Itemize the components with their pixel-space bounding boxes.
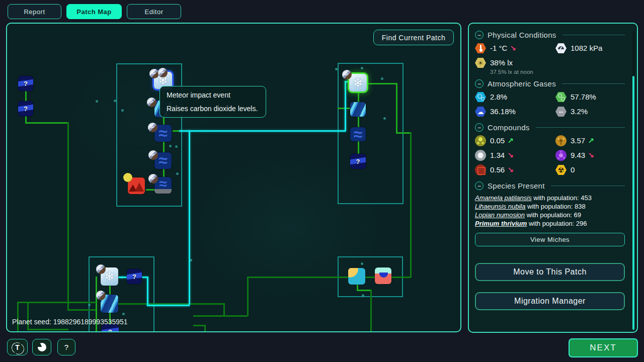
patch-unknown[interactable]: ? [18,101,33,116]
ammonia-icon [475,150,486,161]
condition-row: 2.8% [475,92,555,104]
condition-row: 0.05↗ [475,135,555,148]
section-title: Compounds [488,123,530,132]
map-dot [96,100,98,103]
patch-unknown[interactable]: ? [350,154,366,169]
condition-row: -1 °C↘ [475,43,555,55]
iron-icon [475,164,486,175]
other-gas-icon [555,106,567,117]
section-title: Species Present [488,182,545,190]
meteor-icon [96,291,106,300]
collapse-icon[interactable] [475,79,484,88]
collapse-icon[interactable] [475,31,484,39]
map-connection [367,83,397,84]
species-list: Amamela patilansis with population: 453L… [475,194,625,228]
scrollbar-thumb[interactable] [632,76,634,330]
glucose-icon [555,135,567,146]
condition-value: 1082 kPa [571,43,602,54]
map-connection [17,302,19,332]
tooltip-title: Meteor impact event [167,92,259,99]
condition-text: 0.05↗ [490,135,514,146]
section-atmospheric-gases: Atmospheric Gases [475,79,625,88]
map-connection [27,329,68,330]
meteor-icon [149,69,159,78]
map-connection [358,141,359,154]
patch-unknown[interactable]: ? [18,76,33,91]
section-title: Physical Conditions [488,31,556,39]
map-connection [25,122,68,124]
unknown-patch-label: ? [18,101,33,116]
condition-text: 57.78% [571,92,596,103]
nitrogen-icon [555,92,567,103]
migration-manager-button[interactable]: Migration Manager [475,292,625,310]
planet-seed-label: Planet seed: 1988296189993535951 [12,318,128,326]
trend-down-icon: ↘ [507,150,514,161]
map-connection [146,189,155,191]
map-dot [362,294,364,297]
patch-coastal[interactable] [348,268,365,285]
map-dot [175,145,178,148]
map-connection [223,303,225,316]
help-button[interactable]: ? [57,339,75,355]
map-dot [383,117,386,120]
map-connection [396,132,411,134]
condition-text: 1.34↘ [490,150,514,161]
map-connection [410,132,412,277]
condition-value: -1 °C↘ [490,43,516,54]
map-connection [17,302,96,303]
move-to-patch-button[interactable]: Move to This Patch [475,263,625,281]
condition-value: 38% lx [490,57,533,68]
map-dot [169,145,172,147]
pressure-icon [555,43,567,54]
hydrogen-sulfide-icon [475,135,486,146]
patch-region [116,63,182,207]
condition-text: 3.57↗ [571,135,594,146]
map-connection [358,92,359,102]
condition-text: -1 °C↘ [490,43,516,54]
next-button[interactable]: NEXT [569,338,638,357]
species-name-link[interactable]: Lihaeunsis nubila [475,203,525,210]
thriveopedia-button[interactable]: T [7,339,28,355]
patch-ice-shelf[interactable] [349,74,367,92]
radiation-icon [555,164,567,175]
meteor-icon [148,150,158,160]
map-connection [204,325,206,332]
map-connection [147,305,190,306]
condition-row: 3.2% [555,106,625,119]
patch-tide-pool[interactable] [375,267,391,284]
patch-unknown[interactable]: ? [127,269,142,284]
sunlight-icon [475,57,486,68]
map-dot [88,304,91,306]
map-connection [109,286,111,295]
find-current-patch-button[interactable]: Find Current Patch [373,30,454,45]
patch-map[interactable]: ????? Meteor impact event Raises carbon … [6,23,461,332]
unknown-patch-label: ? [127,269,142,284]
trend-down-icon: ↘ [510,43,516,54]
map-connection [147,277,148,306]
view-miches-button[interactable]: View Miches [475,233,625,246]
meteor-icon [148,123,157,132]
meteor-icon [147,98,156,107]
tab-report[interactable]: Report [8,4,61,19]
meteor-icon [342,70,352,79]
section-title: Atmospheric Gases [488,79,556,88]
species-name-link[interactable]: Primum thrivium [475,220,527,227]
map-connection [179,130,346,132]
condition-text: 38% lx37.5% lx at noon [490,57,533,75]
tab-patch-map[interactable]: Patch Map [66,4,122,19]
collapse-icon[interactable] [475,123,484,132]
patch-ocean[interactable] [350,127,366,141]
condition-text: 3.2% [571,106,588,117]
section-rule [536,127,625,128]
statistics-button[interactable] [32,339,51,355]
patch-ice[interactable] [350,102,366,117]
condition-sub-value: 37.5% lx at noon [490,69,533,75]
trend-up-icon: ↗ [507,135,514,146]
species-name-link[interactable]: Amamela patilansis [475,194,532,202]
compounds-grid: 0.05↗3.57↗1.34↘9.43↘0.56↘0 [475,135,625,177]
condition-row: 9.43↘ [555,150,625,162]
carbon-dioxide-icon [475,106,486,117]
collapse-icon[interactable] [475,182,484,190]
species-name-link[interactable]: Lopian numosion [475,211,525,219]
tab-editor[interactable]: Editor [127,4,181,19]
